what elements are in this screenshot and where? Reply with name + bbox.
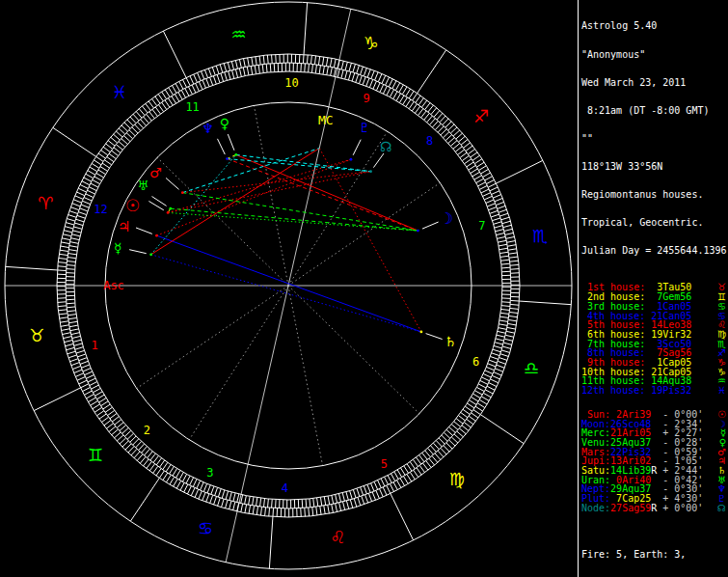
degree-dot-pluto: [350, 158, 353, 161]
degree-dot-sun: [167, 211, 170, 214]
planet-table: Sun:2Ari39- 0°00'☉Moon:26Sco48- 2°34'☽Me…: [581, 410, 726, 513]
chart-coordinates: 118°13W 33°56N: [581, 162, 726, 172]
sign-glyph-aries: ♈: [38, 193, 53, 213]
asc-label: Asc: [103, 279, 124, 292]
planet-glyph-uranus: ♅: [137, 179, 148, 193]
planet-offset: + 0°00': [657, 504, 703, 513]
chart-area[interactable]: ♈♉♊♋♌♍♎♏♐♑♒♓123456789101112☉☽☿♀♂♃♄♅♆♇☊As…: [0, 0, 579, 577]
degree-dot-saturn: [419, 331, 422, 334]
planet-glyph-pluto: ♇: [359, 121, 370, 135]
planet-row-node: Node:27Sag59R+ 0°00'☊: [581, 504, 726, 513]
chart-date: Wed March 23, 2011: [581, 78, 726, 88]
planet-glyph-mercury: ☿: [114, 240, 122, 256]
house-number-9: 9: [364, 92, 370, 105]
degree-dot-jupiter: [155, 234, 158, 237]
sign-glyph-leo: ♌: [330, 527, 345, 547]
sign-glyph-capricorn: ♑: [364, 33, 379, 53]
stats-block: Fire: 5, Earth: 3, Air : 3, Water: 2 Car…: [581, 532, 726, 577]
header-block: Astrolog 5.40 "Anonymous" Wed March 23, …: [581, 3, 726, 274]
planet-glyph-jupiter: ♃: [118, 218, 130, 235]
planet-glyph-moon: ☽: [440, 209, 453, 228]
house-row-12: 12th house:19Pis32♓: [581, 386, 726, 396]
sign-glyph-gemini: ♊: [88, 445, 103, 465]
sign-glyph-taurus: ♉: [29, 325, 44, 345]
planet-glyph-saturn: ♄: [445, 334, 457, 349]
planet-glyph-node: ☊: [380, 139, 391, 154]
sign-glyph-virgo: ♍: [449, 469, 465, 489]
degree-dot-moon: [417, 230, 419, 233]
degree-dot-uranus: [169, 207, 172, 210]
house-number-2: 2: [144, 424, 150, 437]
chart-name: "Anonymous": [581, 50, 726, 60]
house-number-12: 12: [94, 203, 107, 216]
house-table: 1st house:3Tau50♉2nd house:7Gem56♊3rd ho…: [581, 283, 726, 395]
planet-glyph-neptune: ♆: [202, 121, 214, 136]
planet-glyph-mars: ♂: [149, 165, 162, 180]
house-number-3: 3: [206, 466, 213, 480]
chart-wheel: ♈♉♊♋♌♍♎♏♐♑♒♓123456789101112☉☽☿♀♂♃♄♅♆♇☊As…: [0, 0, 579, 577]
planet-position-value: 27Sag59: [610, 504, 651, 513]
sign-glyph-cancer: ♋: [198, 518, 213, 538]
house-sign-glyph: ♓: [691, 386, 726, 396]
degree-dot-mercury: [149, 253, 152, 256]
sign-glyph-aquarius: ♒: [230, 24, 246, 44]
planet-glyph: ☊: [703, 504, 726, 513]
chart-place: "": [581, 134, 726, 144]
degree-dot-venus: [234, 153, 237, 156]
degree-dot-neptune: [226, 157, 229, 160]
mc-label: MC: [318, 113, 334, 127]
sign-glyph-scorpio: ♏: [532, 226, 548, 246]
house-number-8: 8: [426, 134, 433, 148]
aspect-square-saturn-mc: [319, 149, 421, 332]
house-number-4: 4: [282, 481, 288, 495]
house-number-11: 11: [185, 100, 199, 114]
house-system: Regiomontanus houses.: [581, 190, 726, 200]
aspect-square-venus-moon: [236, 154, 418, 231]
house-number-5: 5: [381, 457, 388, 471]
aspect-lines: [151, 149, 421, 332]
planet-pointers: [129, 134, 442, 339]
stats-elements-1: Fire: 5, Earth: 3,: [581, 550, 726, 560]
aspect-opposition-jupiter-saturn: [157, 235, 421, 332]
planet-label: Node:: [581, 504, 610, 513]
angle-axes: [5, 9, 572, 563]
house-number-1: 1: [92, 339, 98, 352]
aspect-trine-uranus-moon: [171, 208, 418, 231]
house-number-7: 7: [478, 219, 485, 233]
sign-glyph-libra: ♎: [524, 358, 539, 378]
degree-dot-mars: [181, 191, 184, 194]
sign-glyph-pisces: ♓: [112, 82, 127, 102]
planet-glyph-sun: ☉: [125, 196, 140, 215]
degree-dot-node: [369, 170, 372, 173]
julian-day: Julian Day = 2455644.1396: [581, 246, 726, 256]
planet-glyph-venus: ♀: [220, 116, 229, 131]
zodiac-mode: Tropical, Geocentric.: [581, 218, 726, 228]
planet-degree-dots: [149, 153, 422, 333]
house-number-6: 6: [472, 355, 479, 369]
house-label: 12th house:: [581, 386, 645, 396]
house-cusp-value: 19Pis32: [645, 386, 691, 396]
house-number-10: 10: [284, 76, 298, 90]
aspect-square-mercury-mc: [151, 149, 320, 255]
app-title: Astrolog 5.40: [581, 21, 726, 31]
chart-time: 8:21am (DT -8:00 GMT): [581, 106, 726, 116]
sign-glyph-sagittarius: ♐: [473, 106, 489, 126]
info-panel: Astrolog 5.40 "Anonymous" Wed March 23, …: [579, 0, 728, 577]
